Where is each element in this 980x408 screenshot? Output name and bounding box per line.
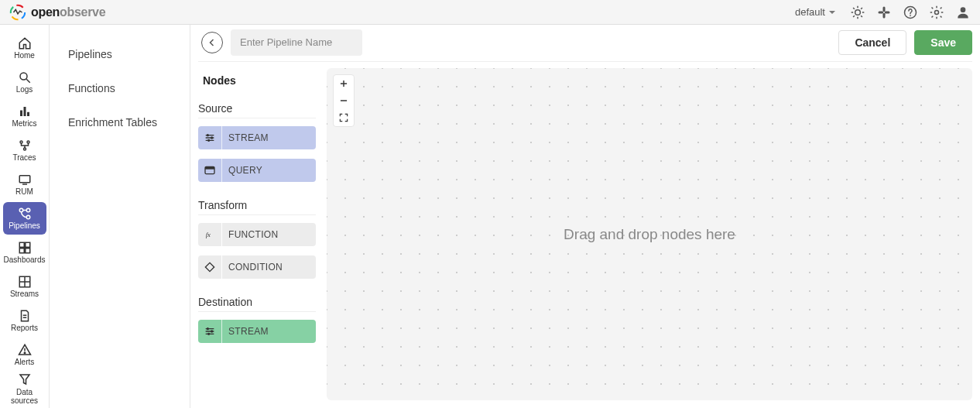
cancel-button[interactable]: Cancel: [838, 30, 906, 55]
secondary-item-enrichment-tables[interactable]: Enrichment Tables: [50, 105, 190, 139]
reports-icon: [18, 309, 32, 323]
nav-item-dashboards[interactable]: Dashboards: [3, 236, 46, 269]
svg-point-21: [20, 73, 27, 80]
node-source-stream[interactable]: STREAM: [198, 126, 316, 149]
svg-point-33: [26, 208, 30, 212]
brand-logo-icon: [9, 4, 26, 21]
streams-icon: [18, 275, 32, 289]
svg-rect-54: [205, 262, 214, 271]
bar-chart-icon: [18, 105, 32, 118]
svg-line-9: [853, 8, 855, 9]
svg-rect-24: [23, 107, 26, 116]
svg-line-22: [26, 79, 30, 83]
node-label: STREAM: [222, 132, 269, 143]
nav-label: Traces: [12, 154, 36, 162]
nav-item-pipelines[interactable]: Pipelines: [3, 202, 46, 235]
svg-point-50: [207, 139, 209, 141]
node-label: CONDITION: [222, 262, 283, 273]
slack-icon[interactable]: [876, 5, 892, 20]
svg-point-32: [26, 215, 30, 219]
search-icon: [18, 70, 32, 84]
sliders-icon: [198, 320, 221, 343]
home-icon: [18, 36, 32, 50]
svg-rect-52: [205, 166, 214, 169]
editor-header: Cancel Save: [198, 25, 972, 62]
nav-label: Streams: [10, 290, 39, 298]
sliders-icon: [198, 126, 221, 149]
palette-section-destination: Destination: [198, 288, 316, 312]
node-label: STREAM: [222, 326, 269, 337]
svg-point-48: [207, 135, 208, 136]
svg-point-28: [23, 148, 26, 150]
back-button[interactable]: [201, 32, 223, 53]
nav-item-metrics[interactable]: Metrics: [3, 100, 46, 132]
svg-point-19: [935, 10, 939, 14]
svg-point-27: [27, 141, 29, 143]
nav-label: Reports: [11, 324, 38, 332]
node-transform-condition[interactable]: CONDITION: [198, 255, 316, 279]
settings-icon[interactable]: [929, 5, 944, 20]
nav-item-home[interactable]: Home: [3, 32, 46, 64]
svg-rect-14: [883, 12, 886, 18]
nav-label: RUM: [15, 188, 33, 196]
secondary-item-functions[interactable]: Functions: [50, 71, 190, 105]
nav-item-data-sources[interactable]: Data sources: [3, 372, 46, 405]
topbar: openobserve default: [0, 0, 980, 25]
nav-item-streams[interactable]: Streams: [3, 270, 46, 303]
theme-toggle-icon[interactable]: [850, 5, 865, 20]
save-button[interactable]: Save: [914, 30, 972, 55]
svg-line-11: [853, 15, 855, 17]
chevron-down-icon: [828, 9, 836, 16]
nav-item-reports[interactable]: Reports: [3, 304, 46, 337]
pipelines-icon: [18, 207, 32, 221]
secondary-item-pipelines[interactable]: Pipelines: [50, 37, 190, 71]
nav-item-alerts[interactable]: Alerts: [3, 338, 46, 371]
pipeline-name-input[interactable]: [231, 29, 362, 56]
topbar-right: default: [792, 5, 971, 20]
node-transform-function[interactable]: fx FUNCTION: [198, 223, 316, 246]
nav-label: Dashboards: [4, 256, 46, 264]
svg-rect-13: [883, 6, 886, 12]
svg-point-26: [20, 141, 22, 143]
secondary-sidebar: Pipelines Functions Enrichment Tables: [50, 25, 190, 408]
zoom-out-button[interactable]: [334, 92, 354, 109]
zoom-in-button[interactable]: [334, 75, 354, 92]
svg-point-60: [207, 333, 209, 334]
svg-rect-34: [19, 242, 24, 247]
condition-icon: [198, 255, 221, 279]
brand-observe: observe: [60, 5, 105, 19]
pipeline-canvas[interactable]: Drag and drop nodes here: [327, 68, 972, 400]
dashboard-icon: [18, 241, 32, 255]
svg-line-10: [861, 15, 862, 17]
function-icon: fx: [198, 223, 221, 246]
nav-label: Data sources: [3, 388, 46, 405]
svg-line-12: [861, 8, 862, 9]
nav-item-rum[interactable]: RUM: [3, 168, 46, 201]
svg-rect-25: [27, 112, 29, 116]
nav-label: Pipelines: [9, 222, 40, 230]
nodes-palette: Nodes Source STREAM QUERY Transfor: [198, 68, 316, 400]
svg-text:fx: fx: [205, 231, 210, 238]
canvas-placeholder-text: Drag and drop nodes here: [564, 226, 735, 243]
help-icon[interactable]: [903, 5, 918, 20]
svg-rect-23: [20, 111, 22, 117]
nav-item-logs[interactable]: Logs: [3, 66, 46, 98]
svg-point-4: [855, 9, 861, 15]
svg-rect-36: [19, 249, 24, 253]
brand-text: openobserve: [31, 5, 105, 19]
nav-label: Alerts: [15, 358, 35, 366]
svg-rect-35: [25, 242, 29, 247]
org-selector[interactable]: default: [792, 5, 839, 19]
svg-point-58: [207, 328, 208, 330]
svg-point-18: [910, 15, 911, 16]
svg-point-44: [24, 352, 26, 354]
node-destination-stream[interactable]: STREAM: [198, 320, 316, 343]
fit-view-button[interactable]: [334, 109, 354, 126]
svg-rect-37: [25, 249, 29, 253]
nav-item-traces[interactable]: Traces: [3, 134, 46, 166]
node-source-query[interactable]: QUERY: [198, 159, 316, 182]
svg-rect-15: [879, 11, 884, 13]
user-icon[interactable]: [955, 5, 971, 20]
nav-label: Logs: [16, 86, 33, 94]
svg-point-31: [19, 208, 23, 212]
